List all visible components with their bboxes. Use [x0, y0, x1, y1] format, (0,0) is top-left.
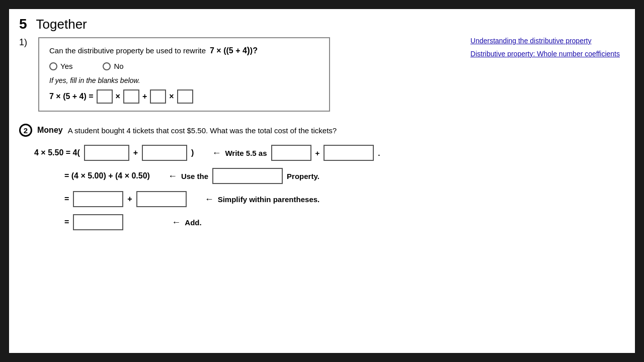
row2-eq-left: = (4 × 5.00) + (4 × 0.50) [64, 171, 150, 180]
radio-no[interactable]: No [103, 62, 123, 70]
link-distributive[interactable]: Distributive property: Whole number coef… [470, 50, 620, 58]
radio-no-circle[interactable] [103, 62, 111, 70]
q1-equation-display: 7 × (5 + 4) = [49, 92, 94, 101]
times-2: × [169, 92, 174, 101]
yes-label: Yes [60, 62, 72, 70]
row1-period: . [378, 149, 380, 157]
row4-label: Add. [185, 218, 201, 227]
blank-r4-1[interactable] [73, 214, 123, 230]
row4-arrow: ← [172, 217, 181, 228]
fill-blanks-label: If yes, fill in the blanks below. [49, 76, 319, 84]
row1-eq-left: 4 × 5.50 = 4( [34, 148, 80, 157]
q2-title: Money [37, 126, 63, 135]
q1-expression: 7 × ((5 + 4))? [210, 45, 258, 56]
blank-1[interactable] [97, 89, 113, 104]
blank-r3-1[interactable] [73, 191, 123, 207]
row1-arrow-label: ← Write 5.5 as + . [212, 145, 380, 161]
q1-equation-row: 7 × (5 + 4) = × + × [49, 89, 319, 104]
row2-label-prefix: Use the [181, 172, 208, 180]
q2-body: A student bought 4 tickets that cost $5.… [68, 126, 337, 135]
blank-r1-1[interactable] [84, 145, 129, 161]
row2-label-suffix: Property. [287, 172, 319, 180]
row3-arrow-label: ← Simplify within parentheses. [205, 194, 320, 205]
blank-3[interactable] [150, 89, 166, 104]
no-label: No [114, 62, 123, 70]
row1-plus: + [133, 148, 138, 157]
q2-header: 2 Money A student bought 4 tickets that … [19, 124, 625, 137]
row2-arrow-label: ← Use the Property. [168, 168, 319, 184]
math-row-4: = ← Add. [64, 214, 625, 230]
q1-prompt: Can the distributive property be used to… [49, 45, 319, 56]
q1-prompt-text: Can the distributive property be used to… [49, 46, 206, 55]
q1-number: 1) [19, 37, 31, 48]
blank-r2-1[interactable] [212, 168, 283, 184]
links-area: Understanding the distributive property … [470, 37, 620, 58]
blank-r1-2[interactable] [142, 145, 187, 161]
plus-1: + [142, 92, 147, 101]
blank-2[interactable] [123, 89, 139, 104]
blank-r1-3[interactable] [271, 145, 311, 161]
row2-arrow: ← [168, 171, 177, 182]
question-2: 2 Money A student bought 4 tickets that … [19, 124, 625, 230]
radio-yes-circle[interactable] [49, 62, 57, 70]
q2-number-circle: 2 [19, 124, 32, 137]
row3-arrow: ← [205, 194, 214, 205]
math-row-3: = + ← Simplify within parentheses. [64, 191, 625, 207]
row4-arrow-label: ← Add. [172, 217, 201, 228]
blank-r1-4[interactable] [324, 145, 374, 161]
radio-yes[interactable]: Yes [49, 62, 72, 70]
q2-number: 2 [24, 126, 28, 135]
row1-label-prefix: Write 5.5 as [225, 149, 267, 157]
section-title: Together [36, 17, 87, 32]
times-1: × [116, 92, 120, 101]
q1-radio-row: Yes No [49, 62, 319, 70]
row3-eq-sign: = [64, 195, 69, 204]
row1-label-plus: + [315, 149, 320, 157]
blank-4[interactable] [177, 89, 193, 104]
link-understanding[interactable]: Understanding the distributive property [470, 37, 620, 45]
blank-r3-2[interactable] [136, 191, 187, 207]
row1-close-paren: ) [191, 148, 194, 157]
section-number: 5 [19, 16, 27, 32]
row3-label: Simplify within parentheses. [218, 195, 320, 204]
math-row-2: = (4 × 5.00) + (4 × 0.50) ← Use the Prop… [64, 168, 625, 184]
math-rows: 4 × 5.50 = 4( + ) ← Write 5.5 as + . = (… [34, 145, 625, 230]
row1-arrow: ← [212, 148, 221, 158]
math-row-1: 4 × 5.50 = 4( + ) ← Write 5.5 as + . [34, 145, 625, 161]
q1-box: Can the distributive property be used to… [38, 37, 330, 112]
row4-eq-sign: = [64, 218, 69, 227]
row3-plus: + [127, 195, 132, 204]
